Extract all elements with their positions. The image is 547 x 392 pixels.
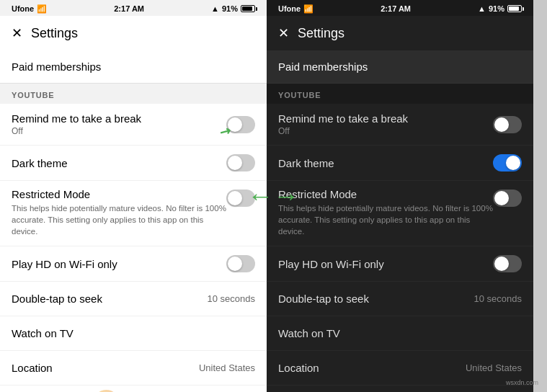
setting-remind-light[interactable]: Remind me to take a break Off bbox=[0, 104, 267, 146]
battery-percent-light: 91% bbox=[222, 4, 238, 13]
carrier-light: Ufone bbox=[12, 4, 34, 13]
time-light: 2:17 AM bbox=[114, 4, 144, 13]
header-light: ✕ Settings bbox=[0, 16, 267, 50]
toggle-dark-dark[interactable] bbox=[493, 154, 522, 172]
main-container: Ufone 📶 2:17 AM ▲ 91% ✕ Settings Paid me… bbox=[0, 0, 547, 392]
battery-percent-dark: 91% bbox=[489, 4, 504, 13]
setting-remind-dark[interactable]: Remind me to take a break Off bbox=[267, 104, 533, 146]
setting-remind-label-dark: Remind me to take a break bbox=[278, 112, 493, 125]
toggle-knob-dark-light bbox=[228, 156, 242, 170]
left-arrow-icon: ← bbox=[248, 183, 274, 209]
carrier-dark: Ufone bbox=[278, 4, 301, 13]
battery-fill-light bbox=[242, 6, 252, 11]
youtube-section-dark: YOUTUBE bbox=[267, 84, 533, 104]
setting-hd-content-light: Play HD on Wi-Fi only bbox=[12, 258, 226, 270]
setting-remind-label-light: Remind me to take a break bbox=[12, 112, 226, 125]
light-phone: Ufone 📶 2:17 AM ▲ 91% ✕ Settings Paid me… bbox=[0, 0, 267, 392]
toggle-knob-hd-light bbox=[228, 257, 242, 271]
setting-watch-label-dark: Watch on TV bbox=[278, 327, 340, 339]
toggle-knob-restricted-light bbox=[228, 191, 242, 205]
close-button-dark[interactable]: ✕ bbox=[278, 25, 289, 41]
setting-stats-light[interactable]: Stats for nerds A Appuals bbox=[0, 386, 267, 392]
setting-stats-dark[interactable]: Stats for nerds bbox=[267, 386, 533, 392]
header-title-light: Settings bbox=[31, 26, 78, 41]
paid-memberships-dark[interactable]: Paid memberships bbox=[267, 50, 533, 84]
setting-restricted-light[interactable]: Restricted Mode This helps hide potentia… bbox=[0, 181, 267, 246]
setting-doubletap-label-dark: Double-tap to seek bbox=[278, 293, 369, 305]
setting-remind-content-dark: Remind me to take a break Off bbox=[278, 112, 493, 136]
status-bar-light: Ufone 📶 2:17 AM ▲ 91% bbox=[0, 0, 267, 16]
settings-content-dark: Paid memberships YOUTUBE Remind me to ta… bbox=[267, 50, 533, 392]
setting-doubletap-light[interactable]: Double-tap to seek 10 seconds bbox=[0, 282, 267, 316]
setting-restricted-desc-dark: This helps hide potentially mature video… bbox=[278, 202, 493, 237]
setting-doubletap-value-dark: 10 seconds bbox=[474, 293, 522, 304]
setting-watch-light[interactable]: Watch on TV bbox=[0, 316, 267, 351]
toggle-remind-light[interactable] bbox=[226, 116, 255, 133]
toggle-knob-restricted-dark bbox=[494, 191, 509, 205]
setting-restricted-content-light: Restricted Mode This helps hide potentia… bbox=[12, 188, 226, 237]
battery-icon-dark bbox=[507, 5, 522, 12]
middle-arrows: ← → bbox=[248, 183, 300, 209]
setting-watch-label-light: Watch on TV bbox=[12, 327, 74, 339]
setting-hd-dark[interactable]: Play HD on Wi-Fi only bbox=[267, 246, 533, 282]
setting-remind-sub-light: Off bbox=[12, 126, 226, 136]
status-left-dark: Ufone 📶 bbox=[278, 4, 313, 14]
signal-icon-light: ▲ bbox=[211, 4, 219, 13]
paid-memberships-light[interactable]: Paid memberships bbox=[0, 50, 267, 84]
signal-icon-dark: ▲ bbox=[478, 4, 486, 13]
setting-location-label-dark: Location bbox=[278, 362, 319, 374]
wifi-icon-light: 📶 bbox=[37, 4, 47, 14]
setting-dark-theme-dark[interactable]: Dark theme bbox=[267, 146, 533, 181]
setting-dark-content-light: Dark theme bbox=[12, 157, 226, 169]
setting-hd-label-dark: Play HD on Wi-Fi only bbox=[278, 258, 493, 270]
setting-restricted-label-dark: Restricted Mode bbox=[278, 188, 493, 200]
youtube-section-light: YOUTUBE bbox=[0, 84, 267, 104]
wifi-icon-dark: 📶 bbox=[303, 4, 313, 14]
battery-icon-light bbox=[241, 5, 255, 12]
setting-dark-content-dark: Dark theme bbox=[278, 157, 493, 169]
setting-hd-label-light: Play HD on Wi-Fi only bbox=[12, 258, 226, 270]
setting-remind-content-light: Remind me to take a break Off bbox=[12, 112, 226, 136]
settings-content-light: Paid memberships YOUTUBE Remind me to ta… bbox=[0, 50, 267, 392]
setting-restricted-label-light: Restricted Mode bbox=[12, 188, 226, 200]
status-right-light: ▲ 91% bbox=[211, 4, 255, 13]
setting-location-value-dark: United States bbox=[466, 362, 522, 373]
watermark: wsxdn.com bbox=[506, 378, 538, 386]
setting-location-dark[interactable]: Location United States bbox=[267, 351, 533, 386]
toggle-knob-remind-dark bbox=[494, 117, 509, 132]
setting-hd-content-dark: Play HD on Wi-Fi only bbox=[278, 258, 493, 270]
setting-restricted-desc-light: This helps hide potentially mature video… bbox=[12, 202, 226, 237]
dark-phone: Ufone 📶 2:17 AM ▲ 91% ✕ Settings Paid me… bbox=[267, 0, 533, 392]
setting-doubletap-dark[interactable]: Double-tap to seek 10 seconds bbox=[267, 282, 533, 316]
toggle-knob-hd-dark bbox=[494, 257, 509, 271]
time-dark: 2:17 AM bbox=[381, 4, 411, 13]
setting-dark-label-dark: Dark theme bbox=[278, 157, 493, 169]
setting-location-label-light: Location bbox=[12, 362, 53, 374]
setting-restricted-content-dark: Restricted Mode This helps hide potentia… bbox=[278, 188, 493, 237]
toggle-knob-dark-dark bbox=[506, 156, 520, 170]
setting-doubletap-value-light: 10 seconds bbox=[208, 293, 256, 304]
status-bar-dark: Ufone 📶 2:17 AM ▲ 91% bbox=[267, 0, 533, 16]
setting-doubletap-label-light: Double-tap to seek bbox=[12, 293, 102, 305]
battery-fill-dark bbox=[509, 6, 519, 11]
setting-restricted-dark[interactable]: Restricted Mode This helps hide potentia… bbox=[267, 181, 533, 246]
setting-dark-theme-light[interactable]: Dark theme ↗ bbox=[0, 146, 267, 181]
setting-hd-light[interactable]: Play HD on Wi-Fi only bbox=[0, 246, 267, 282]
toggle-dark-light[interactable] bbox=[226, 154, 255, 172]
setting-location-light[interactable]: Location United States bbox=[0, 351, 267, 386]
status-right-dark: ▲ 91% bbox=[478, 4, 522, 13]
right-arrow-icon: → bbox=[274, 183, 300, 209]
toggle-remind-dark[interactable] bbox=[493, 116, 522, 133]
status-left-light: Ufone 📶 bbox=[12, 4, 47, 14]
header-dark: ✕ Settings bbox=[267, 16, 533, 50]
setting-dark-label-light: Dark theme bbox=[12, 157, 226, 169]
toggle-knob-remind-light bbox=[228, 117, 242, 132]
setting-remind-sub-dark: Off bbox=[278, 126, 493, 136]
toggle-restricted-dark[interactable] bbox=[493, 190, 522, 207]
setting-watch-dark[interactable]: Watch on TV bbox=[267, 316, 533, 351]
toggle-hd-dark[interactable] bbox=[493, 255, 522, 272]
header-title-dark: Settings bbox=[298, 26, 344, 41]
close-button-light[interactable]: ✕ bbox=[12, 25, 22, 41]
setting-location-value-light: United States bbox=[199, 362, 255, 373]
toggle-hd-light[interactable] bbox=[226, 255, 255, 272]
